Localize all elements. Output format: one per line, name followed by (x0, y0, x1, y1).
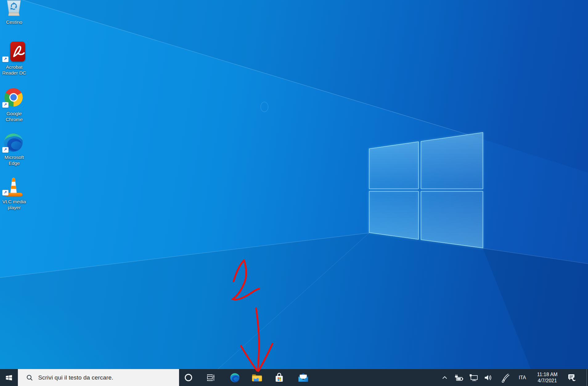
volume-button[interactable] (483, 369, 493, 386)
shortcut-arrow-icon: ↗ (2, 102, 9, 108)
windows-ink-button[interactable] (500, 369, 510, 386)
clock-date: 4/7/2021 (538, 378, 557, 384)
taskbar-search-box[interactable]: Scrivi qui il testo da cercare. (18, 369, 179, 386)
start-button[interactable] (0, 369, 18, 386)
acrobat-reader-icon (10, 42, 25, 62)
search-placeholder-text: Scrivi qui il testo da cercare. (38, 374, 113, 381)
desktop-icon-label: Cestino (0, 19, 28, 25)
taskbar: Scrivi qui il testo da cercare. (0, 369, 588, 386)
battery-status-button[interactable] (453, 369, 464, 386)
recycle-bin-icon (6, 0, 22, 18)
desktop-icon-label: Google Chrome (0, 111, 28, 122)
task-view-icon (206, 373, 215, 382)
desktop-wallpaper[interactable] (0, 0, 588, 386)
desktop-icon-google-chrome[interactable]: ↗ Google Chrome (0, 87, 28, 124)
desktop-icon-label: Microsoft Edge (0, 154, 28, 166)
microsoft-store-icon (275, 372, 284, 383)
shortcut-arrow-icon: ↗ (2, 56, 9, 62)
language-indicator[interactable]: ITA (515, 369, 529, 386)
cortana-button[interactable] (180, 369, 197, 386)
show-desktop-button[interactable] (586, 369, 588, 386)
desktop-icon-vlc[interactable]: ↗ VLC media player (0, 175, 28, 215)
desktop-icon-acrobat-reader[interactable]: ↗ Acrobat Reader DC (0, 41, 28, 78)
desktop-icon-cestino[interactable]: Cestino (0, 0, 28, 28)
network-icon (469, 373, 479, 382)
battery-charging-icon (454, 374, 463, 382)
wallpaper-art (0, 0, 588, 386)
search-icon (26, 374, 33, 381)
desktop-icon-label: VLC media player (0, 199, 28, 210)
desktop-icon-label: Acrobat Reader DC (0, 64, 28, 76)
windows-desktop: Cestino ↗ Acrobat Reader DC ↗ Google Chr… (0, 0, 588, 386)
taskbar-edge-button[interactable] (226, 369, 243, 386)
clock-time: 11:18 AM (537, 372, 557, 378)
microsoft-store-button[interactable] (271, 369, 288, 386)
windows-logo (369, 132, 483, 248)
clock[interactable]: 11:18 AM 4/7/2021 (532, 369, 563, 386)
mail-button[interactable] (295, 369, 312, 386)
cortana-icon (184, 373, 193, 382)
shortcut-arrow-icon: ↗ (2, 190, 9, 196)
speaker-icon (484, 374, 493, 382)
file-explorer-button[interactable] (248, 369, 266, 386)
mail-icon (297, 373, 309, 382)
edge-icon (230, 373, 240, 383)
pen-icon (500, 373, 510, 383)
network-status-button[interactable] (468, 369, 479, 386)
task-view-button[interactable] (202, 369, 219, 386)
windows-start-icon (5, 374, 13, 381)
chevron-up-icon (441, 374, 448, 381)
tray-expand-button[interactable] (440, 369, 449, 386)
file-explorer-icon (251, 373, 263, 382)
desktop-icon-microsoft-edge[interactable]: ↗ Microsoft Edge (0, 132, 28, 172)
action-center-button[interactable] (566, 369, 578, 386)
action-center-icon (568, 373, 576, 382)
shortcut-arrow-icon: ↗ (2, 147, 9, 153)
